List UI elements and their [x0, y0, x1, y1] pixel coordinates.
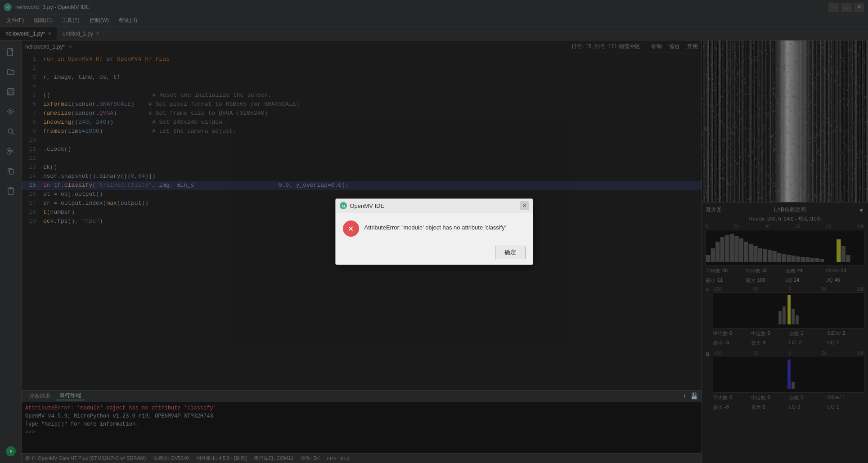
dialog-close-button[interactable]: ✕ — [520, 201, 529, 210]
openmv-dialog-icon: M — [339, 202, 347, 210]
dialog-footer: 确定 — [336, 242, 533, 265]
dialog-title-left: M OpenMV IDE — [339, 202, 385, 210]
svg-text:M: M — [342, 204, 345, 208]
dialog-titlebar: M OpenMV IDE ✕ — [336, 199, 533, 213]
dialog-error-icon: ✕ — [343, 220, 359, 237]
dialog-message: AttributeError: 'module' object has no a… — [364, 220, 506, 232]
dialog-ok-button[interactable]: 确定 — [495, 246, 526, 259]
dialog-body: ✕ AttributeError: 'module' object has no… — [336, 213, 533, 242]
error-dialog: M OpenMV IDE ✕ ✕ AttributeError: 'module… — [335, 198, 533, 265]
dialog-title-text: OpenMV IDE — [350, 202, 385, 209]
dialog-overlay: M OpenMV IDE ✕ ✕ AttributeError: 'module… — [0, 0, 868, 463]
